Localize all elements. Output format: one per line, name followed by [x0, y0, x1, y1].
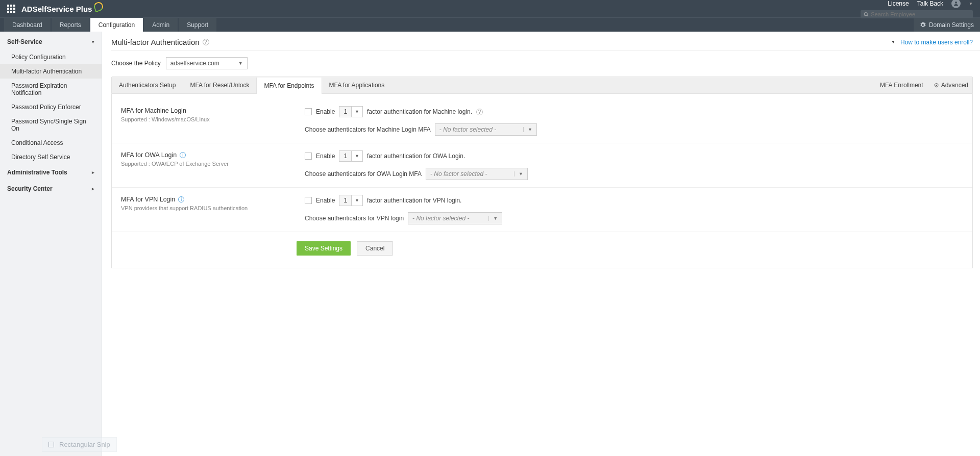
page-title: Multi-factor Authentication — [111, 38, 200, 46]
help-icon[interactable]: ? — [476, 109, 483, 115]
top-bar: ADSelfService Plus License Talk Back ▼ — [0, 0, 980, 17]
search-input-wrap[interactable] — [861, 10, 973, 18]
factor-suffix-vpn: factor authentication for VPN login. — [367, 197, 461, 204]
section-vpn-login: MFA for VPN Login i VPN providers that s… — [112, 188, 972, 232]
section-title-machine: MFA for Machine Login — [121, 107, 289, 114]
tab-reset-unlock[interactable]: MFA for Reset/Unlock — [183, 77, 256, 93]
tab-endpoints[interactable]: MFA for Endpoints — [256, 78, 322, 94]
factor-count-machine[interactable]: 1▼ — [339, 106, 363, 117]
search-icon — [864, 12, 869, 17]
sidebar: Self-Service▾ Policy Configuration Multi… — [0, 32, 102, 456]
chevron-down-icon: ▼ — [514, 171, 523, 176]
nav-reports[interactable]: Reports — [52, 18, 89, 32]
factor-count-owa[interactable]: 1▼ — [339, 150, 363, 162]
sidebar-item-policy-config[interactable]: Policy Configuration — [0, 50, 102, 64]
nav-configuration[interactable]: Configuration — [90, 18, 143, 32]
section-title-vpn: MFA for VPN Login — [121, 196, 175, 203]
sidebar-item-conditional-access[interactable]: Conditional Access — [0, 136, 102, 150]
tab-authenticators-setup[interactable]: Authenticators Setup — [112, 77, 183, 93]
sidebar-item-password-expiration[interactable]: Password Expiration Notification — [0, 79, 102, 100]
domain-settings-button[interactable]: Domain Settings — [914, 18, 980, 32]
sidebar-item-password-sync[interactable]: Password Sync/Single Sign On — [0, 114, 102, 136]
authenticators-owa-select[interactable]: - No factor selected -▼ — [426, 168, 528, 180]
inner-tabbar: Authenticators Setup MFA for Reset/Unloc… — [111, 77, 973, 94]
choose-auth-machine-label: Choose authenticators for Machine Login … — [305, 126, 431, 133]
apps-grid-icon[interactable] — [7, 5, 15, 13]
save-button[interactable]: Save Settings — [297, 241, 351, 256]
talkback-link[interactable]: Talk Back — [917, 0, 943, 7]
chevron-down-icon: ▼ — [523, 127, 532, 132]
nav-dashboard[interactable]: Dashboard — [4, 18, 51, 32]
enable-owa-checkbox[interactable] — [305, 153, 312, 160]
main-content: Multi-factor Authentication ? ▼ How to m… — [102, 32, 980, 456]
chevron-right-icon: ▸ — [92, 186, 94, 191]
section-title-owa: MFA for OWA Login — [121, 151, 177, 159]
choose-auth-vpn-label: Choose authenticators for VPN login — [305, 215, 404, 222]
chevron-down-icon: ▼ — [352, 152, 362, 160]
avatar-icon[interactable] — [951, 0, 961, 8]
factor-suffix-machine: factor authentication for Machine login. — [367, 108, 472, 115]
info-icon[interactable]: i — [178, 196, 184, 202]
chevron-down-icon: ▼ — [352, 108, 362, 116]
chevron-down-icon: ▼ — [352, 196, 362, 205]
chevron-down-icon: ▼ — [238, 61, 243, 66]
sidebar-section-security-center[interactable]: Security Center▸ — [0, 181, 102, 197]
cancel-button[interactable]: Cancel — [357, 241, 393, 256]
nav-support[interactable]: Support — [179, 18, 216, 32]
section-owa-login: MFA for OWA Login i Supported : OWA/ECP … — [112, 143, 972, 188]
snipping-tool-overlay: Rectangular Snip — [42, 437, 117, 452]
factor-count-vpn[interactable]: 1▼ — [339, 195, 363, 206]
enable-vpn-checkbox[interactable] — [305, 197, 312, 204]
tab-advanced[interactable]: Advanced — [934, 82, 968, 89]
brand-logo: ADSelfService Plus — [21, 4, 103, 13]
section-sub-vpn: VPN providers that support RADIUS authen… — [121, 205, 289, 211]
chevron-down-icon: ▼ — [488, 216, 498, 221]
section-machine-login: MFA for Machine Login Supported : Window… — [112, 99, 972, 143]
policy-select[interactable]: adselfservice.com▼ — [166, 57, 248, 69]
section-sub-machine: Supported : Windows/macOS/Linux — [121, 116, 289, 122]
gear-icon — [920, 22, 926, 28]
section-sub-owa: Supported : OWA/ECP of Exchange Server — [121, 161, 289, 167]
tab-applications[interactable]: MFA for Applications — [322, 77, 392, 93]
svg-point-3 — [936, 85, 937, 86]
sidebar-item-password-policy[interactable]: Password Policy Enforcer — [0, 100, 102, 114]
sidebar-item-directory-self-service[interactable]: Directory Self Service — [0, 150, 102, 164]
license-link[interactable]: License — [888, 0, 909, 7]
enroll-help-link[interactable]: How to make users enroll? — [900, 39, 973, 46]
gear-icon — [934, 83, 939, 88]
rectangle-icon — [48, 442, 54, 447]
enable-machine-checkbox[interactable] — [305, 108, 312, 115]
choose-policy-label: Choose the Policy — [111, 60, 161, 67]
info-icon[interactable]: i — [180, 152, 186, 158]
svg-point-1 — [864, 12, 867, 15]
enable-label: Enable — [316, 153, 335, 160]
chevron-down-icon: ▾ — [92, 39, 94, 44]
factor-suffix-owa: factor authentication for OWA Login. — [367, 153, 465, 160]
nav-admin[interactable]: Admin — [144, 18, 178, 32]
sidebar-section-self-service[interactable]: Self-Service▾ — [0, 34, 102, 50]
choose-auth-owa-label: Choose authenticators for OWA Login MFA — [305, 170, 422, 178]
help-icon[interactable]: ? — [203, 39, 209, 45]
sidebar-item-mfa[interactable]: Multi-factor Authentication — [0, 64, 102, 79]
tab-enrollment[interactable]: MFA Enrollment — [880, 82, 923, 89]
brand-swoosh-icon — [93, 1, 105, 12]
search-input[interactable] — [871, 11, 970, 17]
enable-label: Enable — [316, 197, 335, 204]
svg-line-2 — [867, 15, 868, 16]
svg-point-0 — [955, 2, 957, 4]
sidebar-section-admin-tools[interactable]: Administrative Tools▸ — [0, 164, 102, 181]
nav-bar: Dashboard Reports Configuration Admin Su… — [0, 17, 980, 32]
chevron-right-icon: ▸ — [92, 170, 94, 175]
authenticators-vpn-select[interactable]: - No factor selected -▼ — [408, 212, 502, 224]
enable-label: Enable — [316, 108, 335, 115]
authenticators-machine-select[interactable]: - No factor selected -▼ — [435, 123, 537, 136]
chevron-down-icon: ▼ — [891, 40, 895, 44]
avatar-dropdown-icon[interactable]: ▼ — [969, 2, 973, 6]
